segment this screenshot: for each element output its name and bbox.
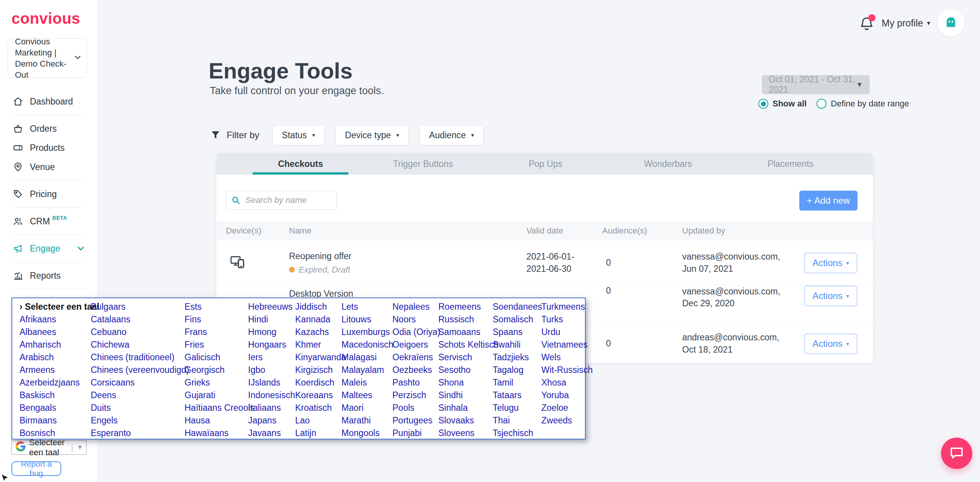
language-option[interactable]: Pools xyxy=(392,402,438,414)
language-option[interactable]: Nepalees xyxy=(392,301,438,313)
language-option[interactable]: Chichewa xyxy=(91,338,185,351)
language-option[interactable]: Hausa xyxy=(185,414,248,427)
language-option[interactable]: Galicisch xyxy=(185,351,248,364)
language-option[interactable]: Bosnisch xyxy=(20,427,91,440)
language-option[interactable]: Javaans xyxy=(248,427,295,440)
sidebar-item-reports[interactable]: Reports xyxy=(0,266,97,285)
language-option[interactable]: Hongaars xyxy=(248,338,295,351)
language-option[interactable]: Tsjechisch xyxy=(493,427,541,440)
language-option[interactable]: Azerbeidzjaans xyxy=(20,376,91,389)
language-option[interactable]: Wels xyxy=(541,351,593,364)
language-option[interactable]: Vietnamees xyxy=(541,338,593,351)
filter-dropdown-audience[interactable]: Audience▾ xyxy=(420,125,483,145)
tab-placements[interactable]: Placements xyxy=(729,153,852,175)
language-option[interactable]: Oezbeeks xyxy=(392,364,438,376)
language-option[interactable]: Indonesisch xyxy=(248,389,295,402)
actions-button[interactable]: Actions▾ xyxy=(804,286,858,306)
language-option[interactable]: Lao xyxy=(295,414,341,427)
language-option[interactable]: Tagalog xyxy=(493,364,541,376)
filter-dropdown-status[interactable]: Status▾ xyxy=(272,125,325,145)
language-option[interactable]: Baskisch xyxy=(20,389,91,402)
language-option[interactable]: Yoruba xyxy=(541,389,593,402)
language-option[interactable]: Litouws xyxy=(341,313,392,326)
language-option[interactable]: Maori xyxy=(341,402,392,414)
language-option[interactable]: Telugu xyxy=(493,402,541,414)
language-option[interactable]: Soendanees xyxy=(493,301,541,313)
language-option[interactable]: Jiddisch xyxy=(295,301,341,313)
language-option[interactable]: Roemeens xyxy=(438,301,493,313)
sidebar-item-venue[interactable]: Venue xyxy=(0,157,97,176)
language-option[interactable]: Schots Keltisch xyxy=(438,338,493,351)
language-option[interactable]: Wit-Russisch xyxy=(541,364,593,376)
language-option[interactable]: Cebuano xyxy=(91,326,185,338)
language-option[interactable]: Kirgizisch xyxy=(295,364,341,376)
date-radio-date-range[interactable]: Define by date range xyxy=(817,99,909,109)
tab-wonderbars[interactable]: Wonderbars xyxy=(607,153,729,175)
language-option[interactable]: Grieks xyxy=(185,376,248,389)
language-option[interactable]: Odia (Oriya) xyxy=(392,326,438,338)
sidebar-item-dashboard[interactable]: Dashboard xyxy=(0,92,97,111)
language-option[interactable]: Kazachs xyxy=(295,326,341,338)
language-option[interactable]: Albanees xyxy=(20,326,91,338)
tab-checkouts[interactable]: Checkouts xyxy=(239,153,362,175)
language-option[interactable]: Fins xyxy=(185,313,248,326)
language-option[interactable]: Thai xyxy=(493,414,541,427)
google-translate-widget[interactable]: Selecteer een taal | ▼ xyxy=(11,440,87,455)
language-option[interactable]: Sesotho xyxy=(438,364,493,376)
language-option[interactable]: Koerdisch xyxy=(295,376,341,389)
language-option[interactable]: Esperanto xyxy=(91,427,185,440)
language-option[interactable]: Japans xyxy=(248,414,295,427)
language-option[interactable]: Amharisch xyxy=(20,338,91,351)
language-option[interactable]: Oekraïens xyxy=(392,351,438,364)
language-option[interactable]: Slovaaks xyxy=(438,414,493,427)
language-option[interactable]: Malayalam xyxy=(341,364,392,376)
language-option[interactable]: Sindhi xyxy=(438,389,493,402)
language-option[interactable]: Xhosa xyxy=(541,376,593,389)
language-option[interactable]: Frans xyxy=(185,326,248,338)
language-option[interactable]: Turks xyxy=(541,313,593,326)
sidebar-item-engage[interactable]: Engage xyxy=(0,239,97,258)
add-new-button[interactable]: + Add new xyxy=(799,191,858,211)
language-option[interactable]: Spaans xyxy=(493,326,541,338)
language-option[interactable]: Shona xyxy=(438,376,493,389)
language-option[interactable]: Hindi xyxy=(248,313,295,326)
language-option[interactable]: Samoaans xyxy=(438,326,493,338)
language-option[interactable]: Zoeloe xyxy=(541,402,593,414)
chat-fab-button[interactable] xyxy=(941,438,972,469)
language-option[interactable]: Sinhala xyxy=(438,402,493,414)
filter-dropdown-device-type[interactable]: Device type▾ xyxy=(335,125,409,145)
language-option[interactable]: Igbo xyxy=(248,364,295,376)
language-option[interactable]: Sloveens xyxy=(438,427,493,440)
language-option[interactable]: Swahili xyxy=(493,338,541,351)
report-bug-button[interactable]: Report a bug xyxy=(11,461,61,476)
language-option[interactable]: Iers xyxy=(248,351,295,364)
language-option[interactable]: Tadzjieks xyxy=(493,351,541,364)
date-radio-show-all[interactable]: Show all xyxy=(758,99,807,109)
language-option[interactable]: Maltees xyxy=(341,389,392,402)
language-option[interactable]: Oeigoers xyxy=(392,338,438,351)
sidebar-item-pricing[interactable]: Pricing xyxy=(0,185,97,204)
language-option[interactable]: Birmaans xyxy=(20,414,91,427)
language-option[interactable]: Urdu xyxy=(541,326,593,338)
language-option[interactable]: Servisch xyxy=(438,351,493,364)
language-option[interactable]: Zweeds xyxy=(541,414,593,427)
language-option[interactable]: Chinees (vereenvoudigd) xyxy=(91,364,185,376)
language-option[interactable]: Koreaans xyxy=(295,389,341,402)
language-option[interactable]: Bulgaars xyxy=(91,301,185,313)
language-option[interactable]: Hawaïaans xyxy=(185,427,248,440)
language-option[interactable]: Arabisch xyxy=(20,351,91,364)
language-option[interactable]: Chinees (traditioneel) xyxy=(91,351,185,364)
language-option[interactable]: Lets xyxy=(341,301,392,313)
language-option[interactable]: Pashto xyxy=(392,376,438,389)
tab-trigger-buttons[interactable]: Trigger Buttons xyxy=(362,153,484,175)
language-option[interactable]: Punjabi xyxy=(392,427,438,440)
language-option[interactable]: Corsicaans xyxy=(91,376,185,389)
language-option[interactable]: Catalaans xyxy=(91,313,185,326)
language-option[interactable]: Bengaals xyxy=(20,402,91,414)
notifications-bell-icon[interactable] xyxy=(859,15,875,31)
language-option[interactable]: Malagasi xyxy=(341,351,392,364)
actions-button[interactable]: Actions▾ xyxy=(804,333,858,354)
language-option[interactable]: Noors xyxy=(392,313,438,326)
language-option[interactable]: Russisch xyxy=(438,313,493,326)
language-option[interactable]: Khmer xyxy=(295,338,341,351)
